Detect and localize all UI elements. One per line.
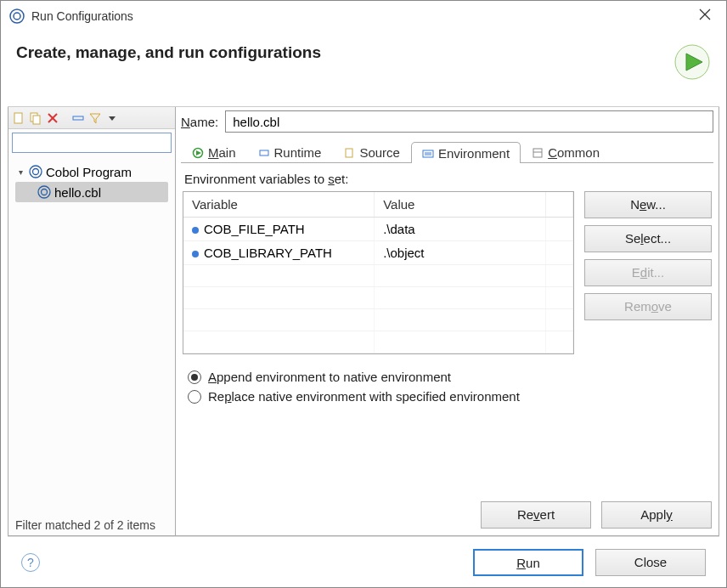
apply-button[interactable]: Apply [601, 501, 712, 529]
header-title: Create, manage, and run configurations [16, 43, 321, 62]
svg-rect-24 [533, 149, 542, 157]
radio-append[interactable]: Append environment to native environment [188, 370, 712, 384]
svg-point-15 [38, 186, 50, 198]
tab-source-label: Source [359, 145, 400, 160]
var-bullet-icon [192, 227, 199, 234]
tab-main[interactable]: Main [181, 141, 247, 162]
svg-point-0 [10, 9, 24, 23]
left-toolbar [8, 107, 175, 129]
toolbar-menu-icon[interactable] [105, 111, 119, 125]
run-configurations-dialog: Run Configurations Create, manage, and r… [0, 0, 727, 588]
filter-icon[interactable] [88, 111, 102, 125]
name-label: Name: [181, 115, 218, 129]
common-tab-icon [532, 147, 544, 159]
tab-runtime[interactable]: Runtime [247, 141, 333, 162]
run-icon [673, 43, 711, 81]
runtime-tab-icon [258, 147, 270, 159]
tabs: Main Runtime Source Environment Common [181, 138, 713, 163]
tab-common[interactable]: Common [521, 141, 611, 162]
col-variable[interactable]: Variable [183, 192, 375, 218]
close-icon[interactable] [692, 5, 718, 27]
svg-point-1 [14, 13, 20, 20]
header: Create, manage, and run configurations [1, 31, 726, 106]
close-button[interactable]: Close [595, 549, 706, 576]
svg-marker-18 [196, 150, 201, 155]
expander-icon[interactable]: ▾ [15, 167, 25, 177]
filter-status: Filter matched 2 of 2 items [8, 515, 175, 535]
new-config-icon[interactable] [12, 111, 25, 125]
duplicate-config-icon[interactable] [29, 111, 42, 125]
col-value[interactable]: Value [375, 192, 546, 218]
new-button[interactable]: New... [584, 191, 712, 218]
svg-rect-6 [14, 113, 22, 123]
titlebar: Run Configurations [1, 1, 726, 31]
name-input[interactable] [225, 110, 713, 133]
tree-item-hello-cbl[interactable]: hello.cbl [15, 182, 168, 202]
radio-button-icon[interactable] [188, 390, 201, 404]
right-footer: Revert Apply [183, 488, 712, 529]
env-buttons: New... Select... Edit... Remove [584, 191, 712, 354]
edit-button: Edit... [584, 259, 712, 286]
svg-rect-21 [423, 150, 433, 157]
tree-category-label: Cobol Program [46, 165, 132, 179]
svg-rect-20 [346, 149, 352, 157]
delete-config-icon[interactable] [46, 111, 59, 125]
config-tree[interactable]: ▾ Cobol Program hello.cbl [8, 156, 175, 515]
environment-tab-content: Environment variables to set: Variable V… [181, 163, 713, 530]
config-icon [37, 185, 51, 199]
right-panel: Name: Main Runtime Source Env [176, 107, 719, 536]
svg-marker-12 [109, 116, 116, 121]
tab-environment-label: Environment [438, 146, 510, 161]
help-icon[interactable]: ? [21, 553, 40, 572]
env-variables-label: Environment variables to set: [184, 172, 712, 186]
svg-rect-19 [260, 150, 268, 155]
radio-replace[interactable]: Replace native environment with specifie… [188, 389, 712, 404]
select-button[interactable]: Select... [584, 225, 712, 252]
source-tab-icon [343, 147, 355, 159]
remove-button: Remove [584, 293, 712, 320]
window-title: Run Configurations [31, 9, 692, 23]
radio-button-icon[interactable] [188, 370, 201, 384]
tab-environment[interactable]: Environment [411, 142, 521, 163]
svg-point-16 [42, 189, 48, 195]
tab-source[interactable]: Source [332, 141, 411, 162]
var-bullet-icon [192, 251, 199, 257]
table-row[interactable]: COB_LIBRARY_PATH .\object [183, 241, 573, 265]
tree-item-label: hello.cbl [54, 185, 101, 200]
main-tab-icon [192, 147, 204, 159]
environment-tab-icon [422, 148, 434, 160]
svg-point-14 [33, 169, 39, 175]
svg-rect-11 [73, 116, 83, 120]
tree-category-cobol-program[interactable]: ▾ Cobol Program [15, 161, 168, 182]
filter-input[interactable] [12, 133, 172, 153]
svg-point-13 [30, 166, 42, 178]
col-padding [545, 192, 572, 218]
tab-runtime-label: Runtime [274, 145, 322, 160]
revert-button[interactable]: Revert [481, 501, 591, 529]
svg-rect-8 [33, 116, 40, 124]
name-row: Name: [181, 110, 713, 133]
left-panel: ▾ Cobol Program hello.cbl Filter matched… [8, 107, 176, 536]
env-variables-table[interactable]: Variable Value COB_FILE_PATH .\data [183, 191, 574, 354]
category-icon [29, 165, 42, 178]
app-icon [9, 8, 25, 24]
dialog-footer: ? Run Close [8, 536, 719, 587]
env-mode-radios: Append environment to native environment… [188, 370, 712, 404]
table-row[interactable]: COB_FILE_PATH .\data [183, 218, 573, 241]
run-button[interactable]: Run [473, 549, 583, 576]
collapse-all-icon[interactable] [71, 111, 85, 125]
